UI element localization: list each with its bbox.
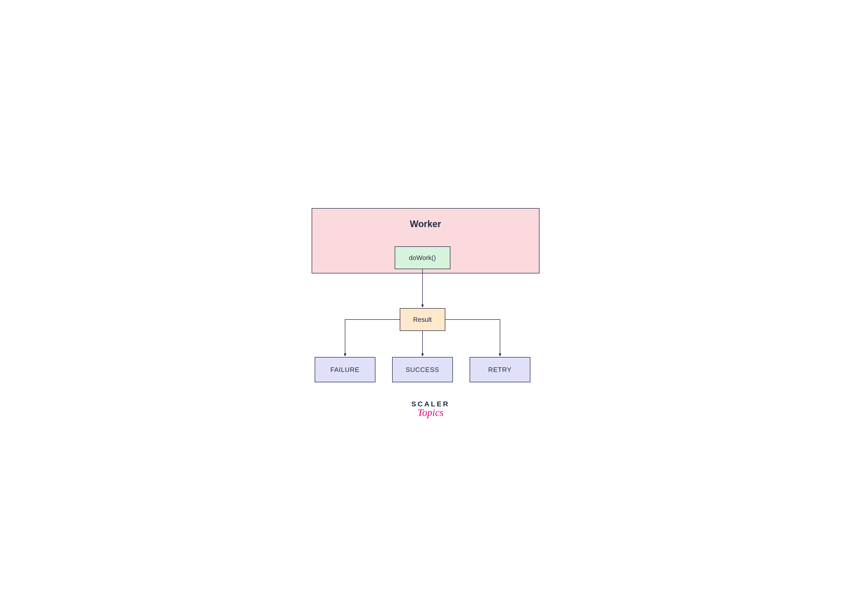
retry-label: RETRY: [488, 366, 512, 374]
retry-box: RETRY: [470, 357, 530, 382]
failure-box: FAILURE: [315, 357, 376, 382]
success-label: SUCCESS: [405, 366, 439, 374]
dowork-label: doWork(): [409, 254, 436, 262]
dowork-box: doWork(): [395, 246, 450, 269]
result-box: Result: [400, 308, 445, 331]
brand-line2: Topics: [258, 407, 603, 418]
diagram-canvas: Worker doWork() Result FAILURE SUCCESS R…: [258, 185, 603, 431]
result-label: Result: [413, 316, 432, 324]
success-box: SUCCESS: [392, 357, 453, 382]
failure-label: FAILURE: [330, 366, 360, 374]
worker-title: Worker: [410, 219, 441, 229]
brand-logo: SCALER Topics: [258, 400, 603, 418]
